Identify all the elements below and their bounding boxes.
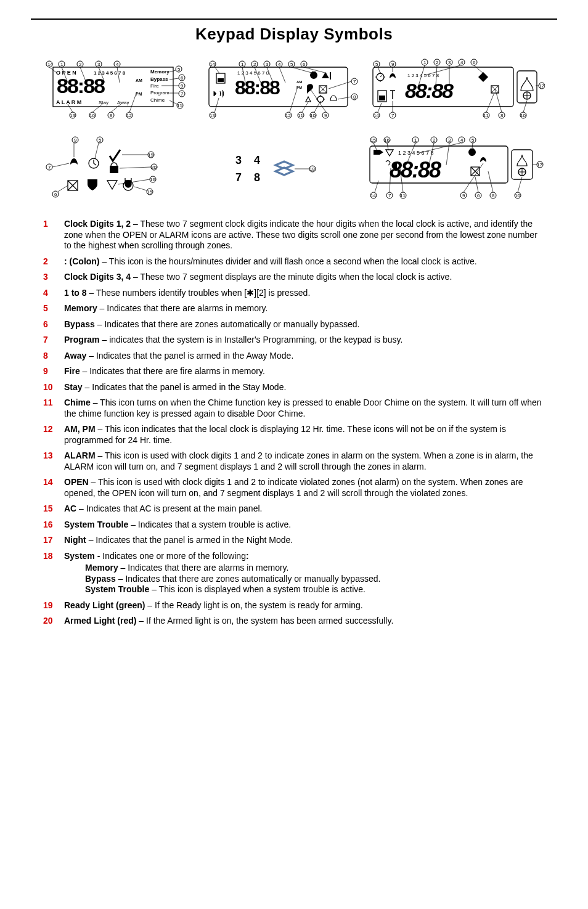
svg-line-183	[120, 167, 151, 168]
svg-text:11: 11	[483, 113, 489, 118]
svg-text:7: 7	[388, 193, 391, 198]
svg-text:4: 4	[460, 137, 463, 143]
item-5: 5Memory – Indicates that there are alarm…	[43, 303, 545, 314]
diagram-row-2: 9 5 7 6 19 20 16 15	[43, 131, 545, 205]
svg-text:88:88: 88:88	[390, 157, 441, 182]
svg-rect-199	[394, 162, 397, 171]
svg-text:4: 4	[116, 62, 119, 67]
item-11: 11Chime – This icon turns on when the Ch…	[43, 397, 545, 419]
svg-text:14: 14	[47, 62, 53, 67]
svg-text:Memory: Memory	[150, 69, 169, 75]
svg-text:1: 1	[60, 62, 63, 67]
svg-text:15: 15	[147, 189, 152, 195]
item-17: 17Night – Indicates that the panel is ar…	[43, 535, 545, 546]
svg-text:17: 17	[539, 83, 544, 89]
item-9: 9Fire – Indicates that there are fire al…	[43, 366, 545, 377]
svg-rect-198	[470, 149, 474, 150]
svg-text:2: 2	[253, 62, 256, 67]
svg-text:7: 7	[48, 165, 51, 170]
svg-text:88:88: 88:88	[57, 74, 105, 97]
svg-text:Away: Away	[117, 100, 129, 105]
item-8: 8Away – Indicates that the panel is arme…	[43, 351, 545, 362]
svg-text:6: 6	[473, 60, 476, 65]
display-diagram-6: 1 2 3 4 5 6 7 8 88:88 15 16 1 2 3 4	[360, 131, 545, 205]
item-16: 16System Trouble – Indicates that a syst…	[43, 520, 545, 531]
svg-text:7: 7	[235, 171, 242, 184]
svg-rect-58	[218, 78, 224, 82]
svg-text:7: 7	[181, 91, 184, 97]
svg-text:20: 20	[151, 165, 157, 170]
svg-text:88:88: 88:88	[405, 79, 454, 102]
svg-text:3: 3	[266, 62, 269, 67]
svg-text:17: 17	[537, 162, 542, 168]
svg-text:10: 10	[520, 113, 526, 118]
svg-line-185	[134, 187, 147, 190]
svg-text:2: 2	[433, 137, 436, 143]
display-diagram-5: 3 4 7 8 18	[205, 141, 328, 196]
page-title: Keypad Display Symbols	[43, 25, 545, 44]
svg-text:8: 8	[492, 193, 495, 198]
svg-text:4: 4	[278, 62, 281, 67]
item-19: 19Ready Light (green) – If the Ready lig…	[43, 600, 545, 611]
svg-text:11: 11	[298, 113, 303, 118]
svg-text:Fire: Fire	[150, 83, 159, 89]
svg-text:8: 8	[500, 113, 504, 118]
svg-text:3: 3	[97, 62, 100, 67]
svg-text:3: 3	[448, 60, 451, 65]
item-2: 2: (Colon) – This icon is the hours/minu…	[43, 256, 545, 267]
item-6: 6Bypass – Indicates that there are zones…	[43, 319, 545, 330]
svg-text:8: 8	[353, 94, 356, 100]
display-diagram-2: 1 2 3 4 5 6 7 8 88:88 AM PM 14 1 2 3 4 5…	[199, 55, 362, 123]
item-20: 20Armed Light (red) – If the Armed light…	[43, 616, 545, 627]
svg-text:1: 1	[241, 62, 244, 67]
item-10: 10Stay – Indicates that the panel is arm…	[43, 382, 545, 393]
top-rule	[31, 18, 557, 20]
svg-text:Stay: Stay	[99, 100, 108, 105]
svg-text:Bypass: Bypass	[150, 76, 168, 82]
svg-text:6: 6	[303, 62, 306, 67]
svg-text:13: 13	[210, 113, 215, 118]
svg-text:14: 14	[374, 113, 379, 118]
svg-text:11: 11	[400, 193, 406, 198]
item-12: 12AM, PM – This icon indicates that the …	[43, 424, 545, 446]
item-7: 7Program – indicates that the system is …	[43, 335, 545, 346]
svg-line-179	[95, 143, 99, 158]
svg-text:1: 1	[423, 60, 427, 65]
svg-text:14: 14	[370, 193, 376, 198]
item-15: 15AC – Indicates that AC is present at t…	[43, 503, 545, 515]
svg-text:10: 10	[89, 113, 95, 118]
item-1: 1Clock Digits 1, 2 – These two 7 segment…	[43, 219, 545, 251]
svg-text:Chime: Chime	[150, 97, 165, 103]
svg-text:6: 6	[54, 192, 57, 197]
svg-text:5: 5	[375, 62, 378, 67]
svg-line-180	[52, 163, 69, 167]
svg-text:1 2 3 4 5 6 7 8: 1 2 3 4 5 6 7 8	[407, 73, 439, 78]
svg-text:11: 11	[177, 103, 182, 108]
svg-text:5: 5	[472, 137, 475, 143]
svg-text:18: 18	[309, 166, 315, 172]
display-diagram-4: 9 5 7 6 19 20 16 15	[43, 131, 173, 205]
svg-text:Program: Program	[150, 90, 169, 96]
svg-text:13: 13	[70, 113, 75, 118]
svg-text:9: 9	[391, 62, 394, 67]
svg-rect-65	[330, 72, 331, 79]
svg-text:5: 5	[178, 67, 181, 72]
svg-line-181	[58, 185, 68, 192]
svg-text:14: 14	[210, 62, 215, 67]
svg-text:10: 10	[515, 193, 520, 198]
diagram-row-1: O P E N 1 2 3 4 5 6 7 8 88:88 AM PM A L …	[43, 55, 545, 123]
svg-text:AM: AM	[296, 80, 302, 84]
item-4: 41 to 8 – These numbers identify trouble…	[43, 288, 545, 299]
svg-text:A L A R M: A L A R M	[56, 99, 81, 105]
svg-text:3: 3	[448, 137, 451, 143]
svg-text:8: 8	[254, 171, 260, 184]
svg-text:9: 9	[324, 113, 327, 118]
svg-text:AM: AM	[136, 78, 142, 83]
svg-text:16: 16	[384, 137, 390, 143]
svg-text:15: 15	[370, 137, 376, 143]
svg-text:9: 9	[462, 193, 465, 198]
svg-rect-117	[379, 96, 385, 100]
display-diagram-3: 1 2 3 4 5 6 7 8 88:88 5 9 1 2 3 4 6 17	[363, 55, 545, 123]
svg-text:5: 5	[290, 62, 293, 67]
svg-text:9: 9	[181, 83, 184, 89]
